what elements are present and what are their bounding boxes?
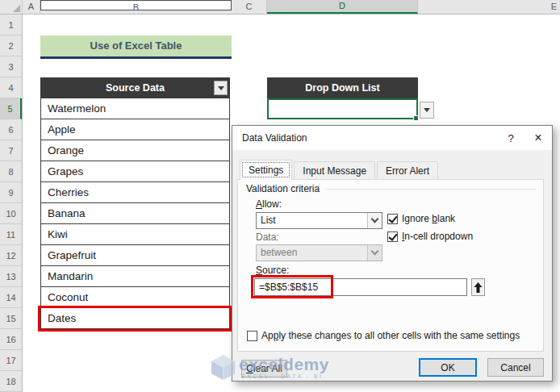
collapse-dialog-button[interactable] bbox=[471, 278, 485, 296]
apply-changes-row: Apply these changes to all other cells w… bbox=[247, 330, 520, 341]
select-all-button[interactable] bbox=[0, 0, 23, 14]
data-combobox: between bbox=[256, 244, 382, 261]
in-cell-dropdown-label: In-cell dropdown bbox=[402, 231, 473, 242]
row-header[interactable]: 5 bbox=[0, 98, 22, 119]
row-header[interactable]: 1 bbox=[0, 15, 22, 35]
validation-criteria-section: Validation criteria bbox=[246, 183, 537, 194]
source-table-header[interactable]: Source Data bbox=[40, 77, 230, 98]
column-header-bar: A B C D E bbox=[0, 0, 560, 15]
dropdown-arrow-icon bbox=[424, 108, 430, 112]
source-table-cell[interactable]: Banana bbox=[41, 203, 229, 224]
row-header[interactable]: 16 bbox=[0, 329, 22, 350]
row-header[interactable]: 8 bbox=[0, 161, 22, 182]
chevron-down-icon bbox=[371, 215, 379, 223]
column-header-d[interactable]: D bbox=[267, 0, 418, 14]
filter-dropdown-button[interactable] bbox=[214, 81, 228, 95]
column-header-e[interactable]: E bbox=[418, 0, 560, 14]
source-label: Source: bbox=[256, 265, 289, 276]
collapse-arrow-icon bbox=[474, 282, 483, 293]
source-table-cell[interactable]: Mandarin bbox=[41, 266, 229, 287]
allow-label: Allow: bbox=[256, 198, 282, 210]
tab-input-message[interactable]: Input Message bbox=[294, 161, 375, 180]
source-table-cell[interactable]: Grapefruit bbox=[41, 245, 229, 266]
in-cell-dropdown-checkbox[interactable] bbox=[387, 231, 398, 242]
cancel-button[interactable]: Cancel bbox=[487, 358, 544, 377]
row-header[interactable]: 13 bbox=[0, 266, 22, 287]
row-header[interactable]: 2 bbox=[0, 35, 22, 56]
row-header[interactable]: 3 bbox=[0, 56, 22, 77]
source-table-cell[interactable]: Dates bbox=[41, 308, 229, 329]
fill-handle[interactable] bbox=[413, 115, 419, 121]
source-table-body: WatermelonAppleOrangeGrapesCherriesBanan… bbox=[40, 98, 230, 329]
ignore-blank-checkbox[interactable] bbox=[387, 214, 398, 224]
settings-tab-content: Validation criteria Allow: List Ignore b… bbox=[237, 179, 544, 352]
column-header-a[interactable]: A bbox=[23, 0, 40, 14]
column-header-c[interactable]: C bbox=[232, 0, 267, 14]
ignore-blank-row: Ignore blank bbox=[387, 213, 455, 224]
row-header[interactable]: 12 bbox=[0, 245, 22, 266]
apply-changes-checkbox[interactable] bbox=[247, 331, 257, 341]
dialog-titlebar[interactable]: Data Validation ? × bbox=[232, 126, 552, 150]
source-table-header-label: Source Data bbox=[106, 82, 165, 94]
tab-settings[interactable]: Settings bbox=[240, 160, 292, 180]
row-header[interactable]: 4 bbox=[0, 77, 22, 98]
row-header[interactable]: 10 bbox=[0, 203, 22, 224]
row-header-bar: 123456789101112131415161718 bbox=[0, 15, 23, 392]
allow-value: List bbox=[261, 213, 367, 228]
row-header[interactable]: 17 bbox=[0, 350, 22, 371]
combo-arrow[interactable] bbox=[367, 213, 382, 228]
dialog-tabs: Settings Input Message Error Alert bbox=[240, 160, 440, 180]
source-table-cell[interactable]: Grapes bbox=[41, 161, 229, 182]
active-cell-d5[interactable] bbox=[267, 98, 418, 119]
source-input[interactable]: =$B$5:$B$15 bbox=[254, 278, 467, 296]
excel-window: A B C D E 123456789101112131415161718 Us… bbox=[0, 0, 560, 392]
data-value: between bbox=[261, 245, 367, 261]
source-table-cell[interactable]: Apple bbox=[41, 119, 229, 140]
select-all-triangle-icon bbox=[13, 5, 20, 12]
column-header-b[interactable]: B bbox=[40, 0, 232, 10]
data-label: Data: bbox=[256, 231, 279, 243]
source-table-cell[interactable]: Watermelon bbox=[41, 98, 229, 119]
ignore-blank-label: Ignore blank bbox=[402, 213, 455, 224]
chevron-down-icon bbox=[371, 248, 379, 256]
help-button[interactable]: ? bbox=[497, 126, 524, 150]
clear-all-button[interactable]: Clear All bbox=[241, 360, 287, 377]
dialog-title: Data Validation bbox=[232, 132, 497, 144]
row-header[interactable]: 6 bbox=[0, 119, 22, 140]
data-validation-dialog: Data Validation ? × Settings Input Messa… bbox=[232, 125, 553, 382]
validation-criteria-label: Validation criteria bbox=[246, 183, 320, 194]
tab-error-alert[interactable]: Error Alert bbox=[377, 161, 438, 180]
combo-arrow-disabled bbox=[367, 245, 382, 261]
source-table-cell[interactable]: Orange bbox=[41, 140, 229, 161]
section-divider bbox=[326, 189, 537, 190]
allow-combobox[interactable]: List bbox=[256, 212, 382, 229]
source-table-cell[interactable]: Coconut bbox=[41, 287, 229, 308]
ok-button[interactable]: OK bbox=[419, 358, 477, 377]
source-table-cell[interactable]: Cherries bbox=[41, 182, 229, 203]
in-cell-dropdown-button[interactable] bbox=[420, 102, 434, 119]
in-cell-dropdown-row: In-cell dropdown bbox=[387, 231, 473, 242]
row-header[interactable]: 9 bbox=[0, 182, 22, 203]
row-header[interactable]: 7 bbox=[0, 140, 22, 161]
apply-changes-label: Apply these changes to all other cells w… bbox=[261, 330, 520, 341]
filter-arrow-icon bbox=[218, 86, 224, 90]
source-table-cell[interactable]: Kiwi bbox=[41, 224, 229, 245]
row-header[interactable]: 14 bbox=[0, 287, 22, 308]
title-banner-cell[interactable]: Use of Excel Table bbox=[40, 35, 232, 59]
dropdown-table-header[interactable]: Drop Down List bbox=[267, 77, 418, 98]
row-header[interactable]: 11 bbox=[0, 224, 22, 245]
row-header[interactable]: 18 bbox=[0, 371, 22, 392]
row-header[interactable]: 15 bbox=[0, 308, 22, 329]
close-button[interactable]: × bbox=[524, 126, 552, 150]
